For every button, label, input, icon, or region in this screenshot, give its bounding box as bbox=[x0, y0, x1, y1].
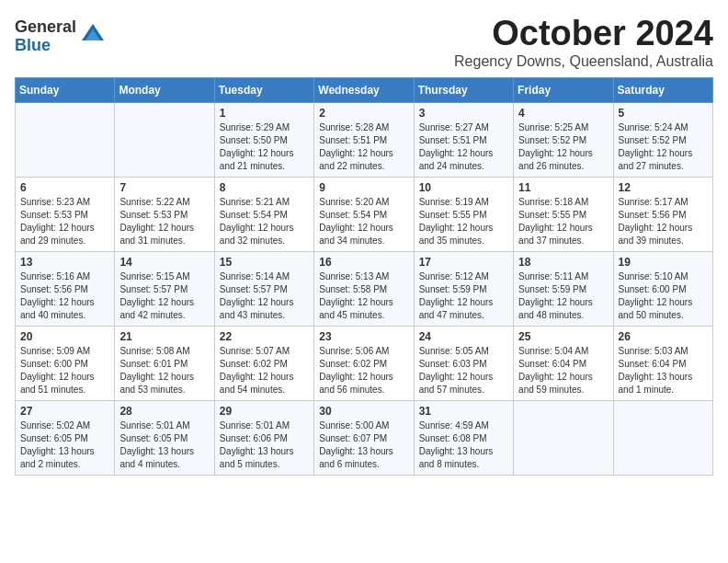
logo: General Blue bbox=[15, 18, 106, 55]
day-cell: 28Sunrise: 5:01 AMSunset: 6:05 PMDayligh… bbox=[115, 400, 214, 475]
logo-icon bbox=[80, 22, 106, 48]
day-cell: 9Sunrise: 5:20 AMSunset: 5:54 PMDaylight… bbox=[314, 177, 414, 251]
day-info: Sunrise: 5:25 AMSunset: 5:52 PMDaylight:… bbox=[518, 121, 608, 173]
day-number: 13 bbox=[20, 256, 109, 269]
day-cell bbox=[16, 102, 115, 177]
day-number: 28 bbox=[119, 405, 209, 418]
day-cell: 21Sunrise: 5:08 AMSunset: 6:01 PMDayligh… bbox=[115, 326, 214, 400]
day-number: 9 bbox=[319, 181, 408, 194]
day-number: 11 bbox=[518, 181, 608, 194]
header-row: SundayMondayTuesdayWednesdayThursdayFrid… bbox=[16, 77, 713, 102]
day-info: Sunrise: 5:28 AMSunset: 5:51 PMDaylight:… bbox=[319, 121, 408, 173]
day-cell: 27Sunrise: 5:02 AMSunset: 6:05 PMDayligh… bbox=[16, 400, 115, 475]
day-info: Sunrise: 5:07 AMSunset: 6:02 PMDaylight:… bbox=[220, 345, 309, 396]
day-number: 23 bbox=[319, 330, 408, 343]
location-subtitle: Regency Downs, Queensland, Australia bbox=[454, 53, 713, 70]
day-cell: 7Sunrise: 5:22 AMSunset: 5:53 PMDaylight… bbox=[115, 177, 214, 251]
day-info: Sunrise: 5:12 AMSunset: 5:59 PMDaylight:… bbox=[419, 270, 508, 322]
day-info: Sunrise: 5:09 AMSunset: 6:00 PMDaylight:… bbox=[20, 345, 109, 396]
day-cell: 4Sunrise: 5:25 AMSunset: 5:52 PMDaylight… bbox=[514, 102, 613, 177]
month-title: October 2024 bbox=[454, 15, 713, 53]
day-cell bbox=[115, 102, 214, 177]
day-number: 31 bbox=[419, 405, 508, 418]
day-number: 21 bbox=[119, 330, 209, 343]
day-info: Sunrise: 5:14 AMSunset: 5:57 PMDaylight:… bbox=[220, 270, 309, 322]
day-info: Sunrise: 5:11 AMSunset: 5:59 PMDaylight:… bbox=[518, 270, 608, 322]
day-cell: 11Sunrise: 5:18 AMSunset: 5:55 PMDayligh… bbox=[514, 177, 613, 251]
day-cell: 25Sunrise: 5:04 AMSunset: 6:04 PMDayligh… bbox=[514, 326, 613, 400]
day-info: Sunrise: 5:27 AMSunset: 5:51 PMDaylight:… bbox=[419, 121, 508, 173]
day-number: 12 bbox=[619, 181, 708, 194]
day-number: 8 bbox=[220, 181, 309, 194]
day-info: Sunrise: 5:18 AMSunset: 5:55 PMDaylight:… bbox=[518, 196, 608, 247]
day-number: 22 bbox=[220, 330, 309, 343]
day-number: 18 bbox=[518, 256, 608, 269]
week-row-5: 27Sunrise: 5:02 AMSunset: 6:05 PMDayligh… bbox=[16, 400, 713, 475]
day-info: Sunrise: 5:05 AMSunset: 6:03 PMDaylight:… bbox=[419, 345, 508, 396]
day-number: 5 bbox=[619, 107, 708, 120]
day-cell: 18Sunrise: 5:11 AMSunset: 5:59 PMDayligh… bbox=[514, 251, 613, 326]
day-cell: 29Sunrise: 5:01 AMSunset: 6:06 PMDayligh… bbox=[214, 400, 313, 475]
day-number: 6 bbox=[20, 181, 109, 194]
day-number: 19 bbox=[619, 256, 708, 269]
day-cell: 20Sunrise: 5:09 AMSunset: 6:00 PMDayligh… bbox=[16, 326, 115, 400]
day-number: 27 bbox=[20, 405, 109, 418]
day-info: Sunrise: 5:15 AMSunset: 5:57 PMDaylight:… bbox=[119, 270, 209, 322]
day-number: 15 bbox=[220, 256, 309, 269]
day-number: 2 bbox=[319, 107, 408, 120]
day-number: 26 bbox=[619, 330, 708, 343]
day-number: 4 bbox=[518, 107, 608, 120]
day-info: Sunrise: 5:03 AMSunset: 6:04 PMDaylight:… bbox=[619, 345, 708, 396]
day-cell: 3Sunrise: 5:27 AMSunset: 5:51 PMDaylight… bbox=[414, 102, 513, 177]
week-row-1: 1Sunrise: 5:29 AMSunset: 5:50 PMDaylight… bbox=[16, 102, 713, 177]
day-number: 1 bbox=[220, 107, 309, 120]
day-number: 16 bbox=[319, 256, 408, 269]
day-number: 25 bbox=[518, 330, 608, 343]
day-number: 17 bbox=[419, 256, 508, 269]
day-cell: 5Sunrise: 5:24 AMSunset: 5:52 PMDaylight… bbox=[613, 102, 712, 177]
week-row-4: 20Sunrise: 5:09 AMSunset: 6:00 PMDayligh… bbox=[16, 326, 713, 400]
day-info: Sunrise: 5:20 AMSunset: 5:54 PMDaylight:… bbox=[319, 196, 408, 247]
week-row-2: 6Sunrise: 5:23 AMSunset: 5:53 PMDaylight… bbox=[16, 177, 713, 251]
day-info: Sunrise: 5:04 AMSunset: 6:04 PMDaylight:… bbox=[518, 345, 608, 396]
day-cell: 26Sunrise: 5:03 AMSunset: 6:04 PMDayligh… bbox=[613, 326, 712, 400]
page-header: General Blue October 2024 Regency Downs,… bbox=[15, 15, 713, 70]
day-info: Sunrise: 5:19 AMSunset: 5:55 PMDaylight:… bbox=[419, 196, 508, 247]
day-info: Sunrise: 5:00 AMSunset: 6:07 PMDaylight:… bbox=[319, 419, 408, 471]
day-cell: 30Sunrise: 5:00 AMSunset: 6:07 PMDayligh… bbox=[314, 400, 414, 475]
day-info: Sunrise: 5:13 AMSunset: 5:58 PMDaylight:… bbox=[319, 270, 408, 322]
header-sunday: Sunday bbox=[16, 77, 115, 102]
day-cell: 2Sunrise: 5:28 AMSunset: 5:51 PMDaylight… bbox=[314, 102, 414, 177]
day-info: Sunrise: 5:08 AMSunset: 6:01 PMDaylight:… bbox=[119, 345, 209, 396]
day-info: Sunrise: 5:01 AMSunset: 6:05 PMDaylight:… bbox=[119, 419, 209, 471]
day-number: 29 bbox=[220, 405, 309, 418]
day-cell: 12Sunrise: 5:17 AMSunset: 5:56 PMDayligh… bbox=[613, 177, 712, 251]
day-number: 7 bbox=[119, 181, 209, 194]
day-cell: 6Sunrise: 5:23 AMSunset: 5:53 PMDaylight… bbox=[16, 177, 115, 251]
header-wednesday: Wednesday bbox=[314, 77, 414, 102]
day-cell: 13Sunrise: 5:16 AMSunset: 5:56 PMDayligh… bbox=[16, 251, 115, 326]
day-cell bbox=[514, 400, 613, 475]
logo-general: General bbox=[15, 18, 76, 37]
day-info: Sunrise: 5:10 AMSunset: 6:00 PMDaylight:… bbox=[619, 270, 708, 322]
day-cell: 15Sunrise: 5:14 AMSunset: 5:57 PMDayligh… bbox=[214, 251, 313, 326]
day-number: 3 bbox=[419, 107, 508, 120]
day-cell: 31Sunrise: 4:59 AMSunset: 6:08 PMDayligh… bbox=[414, 400, 513, 475]
calendar-table: SundayMondayTuesdayWednesdayThursdayFrid… bbox=[15, 77, 713, 476]
day-cell: 1Sunrise: 5:29 AMSunset: 5:50 PMDaylight… bbox=[214, 102, 313, 177]
day-info: Sunrise: 5:16 AMSunset: 5:56 PMDaylight:… bbox=[20, 270, 109, 322]
day-cell: 16Sunrise: 5:13 AMSunset: 5:58 PMDayligh… bbox=[314, 251, 414, 326]
day-info: Sunrise: 5:01 AMSunset: 6:06 PMDaylight:… bbox=[220, 419, 309, 471]
header-tuesday: Tuesday bbox=[214, 77, 313, 102]
header-friday: Friday bbox=[514, 77, 613, 102]
logo-blue: Blue bbox=[15, 37, 76, 55]
day-info: Sunrise: 5:29 AMSunset: 5:50 PMDaylight:… bbox=[220, 121, 309, 173]
day-number: 30 bbox=[319, 405, 408, 418]
day-cell: 10Sunrise: 5:19 AMSunset: 5:55 PMDayligh… bbox=[414, 177, 513, 251]
day-info: Sunrise: 5:17 AMSunset: 5:56 PMDaylight:… bbox=[619, 196, 708, 247]
day-info: Sunrise: 5:02 AMSunset: 6:05 PMDaylight:… bbox=[20, 419, 109, 471]
day-cell: 23Sunrise: 5:06 AMSunset: 6:02 PMDayligh… bbox=[314, 326, 414, 400]
header-thursday: Thursday bbox=[414, 77, 513, 102]
day-cell: 24Sunrise: 5:05 AMSunset: 6:03 PMDayligh… bbox=[414, 326, 513, 400]
day-cell: 14Sunrise: 5:15 AMSunset: 5:57 PMDayligh… bbox=[115, 251, 214, 326]
